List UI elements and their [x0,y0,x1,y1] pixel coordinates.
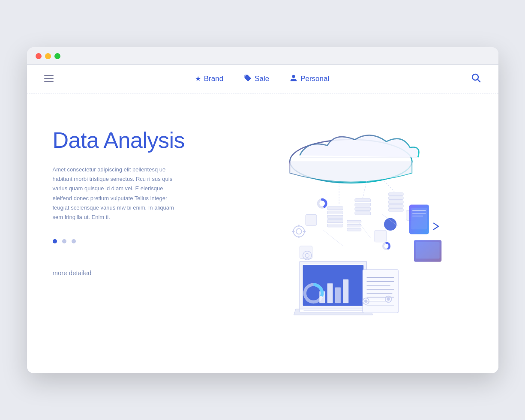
svg-rect-7 [327,224,343,227]
nav-personal[interactable]: Personal [290,74,329,84]
hero-section: Data Analysis Amet consectetur adipiscin… [27,93,498,359]
svg-rect-20 [306,214,317,225]
svg-rect-11 [355,211,371,214]
traffic-lights [36,53,490,59]
svg-rect-3 [327,207,343,210]
nav-sale[interactable]: Sale [244,74,269,84]
svg-rect-53 [335,287,341,303]
svg-line-1 [478,79,480,82]
svg-rect-18 [347,224,361,227]
minimize-button[interactable] [45,53,51,59]
hero-body: Amet consectetur adipiscing elit pellent… [53,165,177,222]
svg-point-25 [296,228,302,234]
hamburger-menu[interactable] [44,75,54,82]
svg-rect-14 [388,201,403,203]
svg-point-70 [387,297,390,300]
svg-rect-22 [374,230,386,242]
hero-title: Data Analysis [53,128,233,153]
svg-rect-38 [411,207,427,229]
svg-rect-54 [343,279,348,303]
nav-sale-label: Sale [255,75,269,83]
dot-1[interactable] [53,239,57,243]
hero-dots [53,239,233,243]
navbar: ★ Brand Sale [27,65,498,93]
svg-rect-58 [363,270,398,313]
more-detailed-link[interactable]: more detailed [53,269,92,276]
svg-line-47 [323,230,343,246]
svg-point-36 [384,218,396,230]
svg-rect-4 [327,211,343,214]
svg-line-46 [382,179,394,191]
nav-brand-label: Brand [204,75,223,83]
svg-rect-13 [388,197,403,199]
svg-point-24 [293,226,304,237]
star-icon: ★ [195,75,201,83]
dot-2[interactable] [62,239,66,243]
person-icon [290,74,297,84]
svg-rect-5 [327,215,343,218]
svg-rect-9 [355,203,371,206]
svg-rect-16 [388,208,403,211]
nav-items: ★ Brand Sale [195,74,330,84]
nav-personal-label: Personal [300,75,329,83]
close-button[interactable] [36,53,42,59]
hero-illustration [233,115,477,338]
svg-rect-8 [355,198,371,201]
svg-rect-57 [303,309,363,311]
dot-3[interactable] [72,239,76,243]
nav-brand[interactable]: ★ Brand [195,75,223,83]
maximize-button[interactable] [54,53,60,59]
svg-rect-43 [416,242,439,258]
svg-rect-6 [327,219,343,222]
svg-rect-12 [388,192,403,195]
hero-left: Data Analysis Amet consectetur adipiscin… [53,115,233,277]
svg-line-45 [363,181,366,198]
browser-window: ★ Brand Sale [27,47,498,373]
svg-rect-15 [388,204,403,207]
browser-chrome [27,47,498,65]
svg-point-68 [364,300,367,303]
search-button[interactable] [471,72,481,85]
svg-rect-52 [327,283,333,303]
browser-content: ★ Brand Sale [27,65,498,373]
svg-rect-19 [347,228,361,231]
tag-icon [244,74,252,84]
svg-rect-10 [355,207,371,210]
data-analysis-illustration [233,115,477,338]
